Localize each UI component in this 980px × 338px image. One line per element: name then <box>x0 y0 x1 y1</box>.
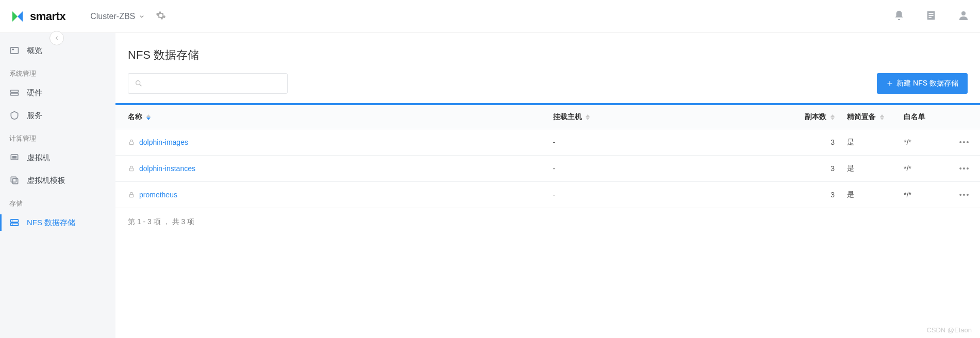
cell-name: dolphin-images <box>115 129 547 156</box>
nfs-name-link[interactable]: dolphin-instances <box>139 164 195 173</box>
tasks-icon[interactable] <box>925 10 937 23</box>
svg-rect-11 <box>11 177 16 182</box>
search-icon <box>135 79 143 88</box>
create-button-label: 新建 NFS 数据存储 <box>896 79 958 88</box>
col-header-replica[interactable]: 副本数 <box>794 105 841 129</box>
row-actions-menu[interactable]: ••• <box>959 191 970 199</box>
cell-replica: 3 <box>794 129 841 156</box>
sidebar-item-service[interactable]: 服务 <box>0 104 115 127</box>
settings-gear-icon[interactable] <box>156 10 166 22</box>
sidebar-item-label: NFS 数据存储 <box>27 218 75 228</box>
sort-icon <box>586 114 590 120</box>
cell-mount: - <box>547 182 794 208</box>
svg-point-16 <box>12 224 13 225</box>
sidebar-group-system: 系统管理 <box>0 62 115 81</box>
sidebar-item-label: 服务 <box>27 111 42 121</box>
nfs-icon <box>9 217 20 228</box>
lock-icon <box>128 165 135 172</box>
cell-whitelist: */* <box>898 129 949 156</box>
cell-replica: 3 <box>794 156 841 182</box>
sidebar-group-storage: 存储 <box>0 192 115 211</box>
nfs-table: 名称 挂载主机 副本数 精简置备 白名单 <box>115 105 980 208</box>
cell-whitelist: */* <box>898 182 949 208</box>
svg-rect-3 <box>928 17 932 18</box>
search-box[interactable] <box>128 73 288 94</box>
logo-mark-icon <box>10 9 25 24</box>
sidebar-item-label: 虚拟机模板 <box>27 176 65 185</box>
lock-icon <box>128 191 135 198</box>
cell-replica: 3 <box>794 182 841 208</box>
cell-thin: 是 <box>841 129 898 156</box>
service-icon <box>9 110 20 121</box>
nfs-name-link[interactable]: dolphin-images <box>139 138 188 146</box>
sidebar-item-label: 硬件 <box>27 88 42 98</box>
sidebar-item-vm[interactable]: 虚拟机 <box>0 146 115 169</box>
pagination-info: 第 1 - 3 项 ， 共 3 项 <box>115 208 980 236</box>
cell-name: prometheus <box>115 182 547 208</box>
header-actions <box>893 9 970 23</box>
create-nfs-button[interactable]: 新建 NFS 数据存储 <box>877 73 968 94</box>
cell-thin: 是 <box>841 156 898 182</box>
hardware-icon <box>9 88 20 98</box>
main-content: NFS 数据存储 新建 NFS 数据存储 名称 挂载主机 <box>115 33 980 338</box>
table-row: dolphin-images-3是*/*••• <box>115 129 980 156</box>
col-header-name[interactable]: 名称 <box>115 105 547 129</box>
svg-rect-12 <box>13 179 18 184</box>
watermark: CSDN @Etaon <box>926 326 972 334</box>
cell-thin: 是 <box>841 182 898 208</box>
sidebar-item-template[interactable]: 虚拟机模板 <box>0 169 115 192</box>
sidebar: 概览 系统管理 硬件 服务 计算管理 虚拟机 虚拟机模板 存储 NFS 数据存储 <box>0 33 115 338</box>
sort-icon <box>146 114 151 120</box>
toolbar: 新建 NFS 数据存储 <box>115 73 980 103</box>
svg-rect-2 <box>928 15 933 16</box>
svg-rect-14 <box>11 223 19 226</box>
row-actions-menu[interactable]: ••• <box>959 138 970 146</box>
page-title: NFS 数据存储 <box>128 47 980 63</box>
svg-rect-5 <box>11 47 19 54</box>
cell-mount: - <box>547 129 794 156</box>
app-header: smartx Cluster-ZBS <box>0 0 980 33</box>
svg-rect-6 <box>12 49 14 50</box>
table-row: dolphin-instances-3是*/*••• <box>115 156 980 182</box>
user-avatar-icon[interactable] <box>957 9 970 23</box>
sidebar-item-hardware[interactable]: 硬件 <box>0 81 115 104</box>
cell-mount: - <box>547 156 794 182</box>
svg-rect-13 <box>11 219 19 222</box>
search-input[interactable] <box>143 79 281 88</box>
svg-rect-8 <box>11 93 19 95</box>
sort-icon <box>830 114 835 120</box>
sidebar-group-compute: 计算管理 <box>0 127 115 146</box>
col-header-thin[interactable]: 精简置备 <box>841 105 898 129</box>
svg-rect-7 <box>11 90 19 92</box>
sidebar-collapse-button[interactable] <box>49 31 64 45</box>
sidebar-item-label: 虚拟机 <box>27 153 50 163</box>
cluster-name: Cluster-ZBS <box>90 12 135 21</box>
vm-icon <box>9 153 20 163</box>
svg-rect-21 <box>130 194 134 197</box>
dashboard-icon <box>9 45 20 56</box>
brand-logo[interactable]: smartx <box>10 9 65 24</box>
sort-icon <box>880 114 884 120</box>
nfs-name-link[interactable]: prometheus <box>139 191 177 199</box>
plus-icon <box>886 80 893 87</box>
col-header-whitelist: 白名单 <box>898 105 949 129</box>
svg-rect-1 <box>928 13 933 14</box>
svg-rect-20 <box>130 168 134 171</box>
svg-line-18 <box>140 84 141 86</box>
sidebar-item-nfs[interactable]: NFS 数据存储 <box>0 211 115 234</box>
svg-rect-19 <box>130 142 134 144</box>
lock-icon <box>128 139 135 146</box>
svg-point-4 <box>961 11 966 15</box>
row-actions-menu[interactable]: ••• <box>959 164 970 173</box>
notifications-icon[interactable] <box>893 10 905 23</box>
chevron-down-icon <box>138 13 145 20</box>
cell-whitelist: */* <box>898 156 949 182</box>
col-header-mount[interactable]: 挂载主机 <box>547 105 794 129</box>
svg-rect-10 <box>12 156 16 159</box>
table-row: prometheus-3是*/*••• <box>115 182 980 208</box>
cluster-selector[interactable]: Cluster-ZBS <box>90 12 145 21</box>
svg-point-17 <box>136 81 140 85</box>
brand-text: smartx <box>30 10 65 23</box>
cell-name: dolphin-instances <box>115 156 547 182</box>
col-header-actions <box>949 105 980 129</box>
